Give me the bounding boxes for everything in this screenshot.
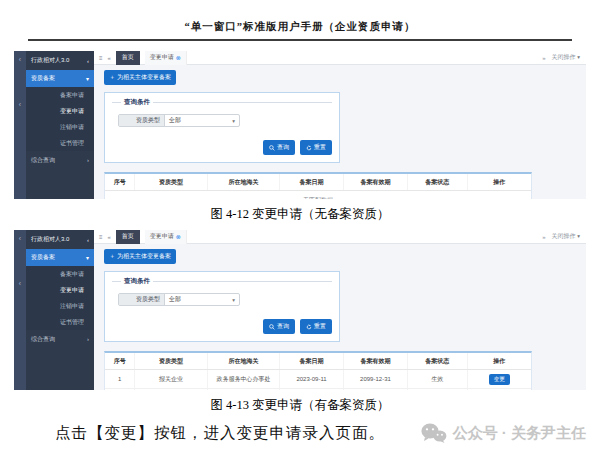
- menu-icon[interactable]: ≡: [99, 55, 103, 61]
- empty-row: 无匹配数据: [105, 191, 531, 200]
- tab-bar: ≡ « 首页 变更申请 ⊗ » 关闭操作 ▾: [94, 230, 586, 244]
- cell-expiry: 2099-12-31: [344, 370, 408, 389]
- qualification-type-field: 资质类型 全部 ▾: [118, 293, 240, 306]
- app-title: 行政相对人3.0: [31, 235, 69, 244]
- sidebar-item-biangengshenqing[interactable]: 变更申请: [26, 103, 94, 119]
- reset-icon: [306, 324, 312, 330]
- collapse-chevron-icon[interactable]: ‹: [19, 101, 21, 108]
- sidebar-item-zonghechaxun[interactable]: 综合查询 ›: [26, 330, 94, 348]
- sidebar-collapse-icon[interactable]: ‹: [87, 58, 89, 64]
- doc-title: “单一窗口”标准版用户手册（企业资质申请）: [0, 0, 600, 34]
- collapse-chevron-icon[interactable]: ‹: [19, 56, 21, 63]
- tabs-forward-icon[interactable]: »: [542, 234, 545, 240]
- col-actions: 操作: [467, 353, 531, 370]
- tab-biangengshenqing[interactable]: 变更申请 ⊗: [145, 230, 187, 244]
- results-table-panel: 序号 资质类型 所在地海关 备案日期 备案有效期 备案状态 操作 1 报关企业 …: [104, 351, 532, 390]
- cell-date: 2023-09-11: [280, 370, 344, 389]
- collapse-chevron-icon[interactable]: ‹: [19, 280, 21, 287]
- close-operations-dropdown[interactable]: 关闭操作 ▾: [552, 232, 580, 241]
- collapsed-rail: ‹ ‹: [14, 51, 26, 199]
- sidebar-submenu: 备案申请 变更申请 注销申请 证书管理: [26, 266, 94, 330]
- chevron-down-icon: ▾: [86, 254, 89, 261]
- cell-status: 生效: [407, 370, 467, 389]
- sidebar-item-zhuxiaoshenqing[interactable]: 注销申请: [26, 119, 94, 135]
- results-table: 序号 资质类型 所在地海关 备案日期 备案有效期 备案状态 操作 1 报关企业 …: [105, 353, 531, 390]
- sidebar: 行政相对人3.0 ‹ 资质备案 ▾ 备案申请 变更申请 注销申请 证书管理 综合…: [26, 51, 94, 199]
- figure-caption-4-13: 图 4-13 变更申请（有备案资质）: [0, 397, 600, 414]
- qualification-type-select[interactable]: 全部 ▾: [165, 115, 239, 126]
- cell-type: 进出口货物收发货人: [135, 389, 207, 391]
- chevron-right-icon: ›: [87, 336, 89, 342]
- tabs-forward-icon[interactable]: »: [542, 55, 545, 61]
- sidebar-item-zizhibeian[interactable]: 资质备案 ▾: [26, 249, 94, 266]
- sidebar-collapse-icon[interactable]: ‹: [87, 237, 89, 243]
- tab-close-icon[interactable]: ⊗: [176, 233, 181, 240]
- cell-actions: 变更: [467, 389, 531, 391]
- watermark: 公众号 · 关务尹主任: [421, 423, 586, 443]
- col-filing-date: 备案日期: [280, 353, 344, 370]
- figure-caption-4-12: 图 4-12 变更申请（无备案资质）: [0, 206, 600, 223]
- cell-serial: 2: [105, 389, 135, 391]
- tab-biangengshenqing[interactable]: 变更申请 ⊗: [145, 51, 187, 65]
- col-validity: 备案有效期: [344, 174, 408, 191]
- results-table-panel: 序号 资质类型 所在地海关 备案日期 备案有效期 备案状态 操作 无匹配数据: [104, 172, 532, 199]
- sidebar-item-beianshenqing[interactable]: 备案申请: [26, 266, 94, 282]
- tab-close-icon[interactable]: ⊗: [176, 54, 181, 61]
- table-row: 1 报关企业 政务服务中心办事处 2023-09-11 2099-12-31 生…: [105, 370, 531, 389]
- add-change-filing-button[interactable]: ＋ 为相关主体变更备案: [104, 249, 176, 264]
- add-change-filing-button[interactable]: ＋ 为相关主体变更备案: [104, 70, 176, 85]
- chevron-down-icon: ▾: [577, 233, 580, 239]
- chevron-down-icon: ▾: [232, 118, 235, 124]
- reset-button[interactable]: 重置: [300, 319, 332, 334]
- sidebar-item-biangengshenqing[interactable]: 变更申请: [26, 282, 94, 298]
- reset-icon: [306, 145, 312, 151]
- tab-home[interactable]: 首页: [116, 51, 140, 65]
- tabs-back-icon[interactable]: «: [108, 234, 111, 240]
- sidebar-item-zizhibeian[interactable]: 资质备案 ▾: [26, 70, 94, 87]
- col-actions: 操作: [467, 174, 531, 191]
- tab-home[interactable]: 首页: [116, 230, 140, 244]
- screenshot-fig-4-12: ‹ ‹ 行政相对人3.0 ‹ 资质备案 ▾ 备案申请 变更申请 注销申请 证书管…: [14, 51, 586, 199]
- collapse-chevron-icon[interactable]: ‹: [19, 235, 21, 242]
- cell-actions: 变更: [467, 370, 531, 389]
- tabbar-right: » 关闭操作 ▾: [542, 232, 580, 241]
- col-filing-date: 备案日期: [280, 174, 344, 191]
- search-button[interactable]: 查询: [263, 140, 295, 155]
- close-operations-dropdown[interactable]: 关闭操作 ▾: [552, 53, 580, 62]
- chevron-down-icon: ▾: [577, 54, 580, 60]
- chevron-down-icon: ▾: [232, 297, 235, 303]
- reset-button[interactable]: 重置: [300, 140, 332, 155]
- main-area: ≡ « 首页 变更申请 ⊗ » 关闭操作 ▾ ＋ 为相关主体变更备案: [94, 51, 586, 199]
- table-header-row: 序号 资质类型 所在地海关 备案日期 备案有效期 备案状态 操作: [105, 353, 531, 370]
- col-validity: 备案有效期: [344, 353, 408, 370]
- screenshot-fig-4-13: ‹ ‹ 行政相对人3.0 ‹ 资质备案 ▾ 备案申请 变更申请 注销申请 证书管…: [14, 230, 586, 390]
- results-table: 序号 资质类型 所在地海关 备案日期 备案有效期 备案状态 操作 无匹配数据: [105, 174, 531, 199]
- col-qualification-type: 资质类型: [135, 174, 207, 191]
- sidebar-item-beianshenqing[interactable]: 备案申请: [26, 87, 94, 103]
- cell-expiry: 2099-12-31: [344, 389, 408, 391]
- col-serial: 序号: [105, 353, 135, 370]
- cell-status: 生效: [407, 389, 467, 391]
- search-icon: [269, 145, 275, 151]
- search-button[interactable]: 查询: [263, 319, 295, 334]
- sidebar-item-zonghechaxun[interactable]: 综合查询 ›: [26, 151, 94, 169]
- cell-type: 报关企业: [135, 370, 207, 389]
- sidebar-item-zhengshuguanli[interactable]: 证书管理: [26, 135, 94, 151]
- chevron-down-icon: ▾: [86, 75, 89, 82]
- qualification-type-select[interactable]: 全部 ▾: [165, 294, 239, 305]
- manual-page: “单一窗口”标准版用户手册（企业资质申请） ‹ ‹ 行政相对人3.0 ‹ 资质备…: [0, 0, 600, 453]
- col-status: 备案状态: [407, 353, 467, 370]
- query-buttons: 查询 重置: [112, 140, 332, 155]
- menu-icon[interactable]: ≡: [99, 234, 103, 240]
- chevron-right-icon: ›: [87, 157, 89, 163]
- tab-bar: ≡ « 首页 变更申请 ⊗ » 关闭操作 ▾: [94, 51, 586, 65]
- change-button[interactable]: 变更: [489, 374, 510, 385]
- cell-customs: 政务服务中心办事处: [207, 370, 279, 389]
- query-panel: 查询条件 资质类型 全部 ▾ 查询 重置: [104, 92, 340, 163]
- sidebar-item-zhuxiaoshenqing[interactable]: 注销申请: [26, 298, 94, 314]
- sidebar-item-zhengshuguanli[interactable]: 证书管理: [26, 314, 94, 330]
- table-row: 2 进出口货物收发货人 政务服务中心办事处 2023-09-11 2099-12…: [105, 389, 531, 391]
- sidebar-submenu: 备案申请 变更申请 注销申请 证书管理: [26, 87, 94, 151]
- query-legend: 查询条件: [112, 98, 332, 107]
- tabs-back-icon[interactable]: «: [108, 55, 111, 61]
